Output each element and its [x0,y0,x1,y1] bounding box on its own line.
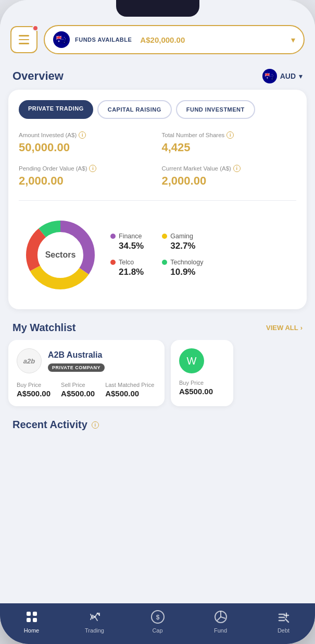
donut-chart: Sectors [19,213,102,297]
company-header: a2b A2B Australia PRIVATE COMPANY [17,348,156,373]
notification-dot [32,25,39,31]
watchlist-scroll: a2b A2B Australia PRIVATE COMPANY Buy Pr… [0,340,315,415]
amount-invested-value: 50,000.00 [19,141,154,154]
svg-rect-5 [33,612,37,616]
info-icon-pending: i [89,165,96,172]
market-value-value: 2,000.00 [162,174,297,188]
stats-grid: Amount Invested (A$) i 50,000.00 Total N… [19,131,296,188]
chevron-right-icon: › [300,324,303,332]
hamburger-icon [19,35,29,44]
currency-label: AUD [280,72,296,80]
divider [19,200,296,201]
sell-price: Sell Price A$500.00 [61,382,95,398]
info-icon-shares: i [226,131,234,139]
nav-home-label: Home [24,627,39,634]
svg-text:$: $ [156,614,159,621]
last-matched-value: A$500.00 [105,389,154,398]
nav-cap-label: Cap [152,627,162,634]
technology-dot [162,260,167,265]
funds-available-bar[interactable]: 🇦🇺 FUNDS AVAILABLE A$20,000.00 ▾ [44,25,305,54]
legend-finance: Finance 34.5% [110,233,152,251]
watchlist-card-a2b[interactable]: a2b A2B Australia PRIVATE COMPANY Buy Pr… [8,340,165,406]
funds-amount: A$20,000.00 [140,35,185,44]
telco-dot [110,260,116,265]
gaming-value: 32.7% [162,241,203,251]
screen: 🇦🇺 FUNDS AVAILABLE A$20,000.00 ▾ Overvie… [0,0,315,644]
notch [116,0,199,17]
overview-header: Overview 🇦🇺 AUD ▾ [0,60,315,90]
nav-fund-label: Fund [214,627,227,634]
info-icon-amount: i [79,131,86,139]
australia-flag-icon: 🇦🇺 [53,31,70,48]
tab-private-trading[interactable]: PRIVATE TRADING [19,100,93,119]
partial-buy-price-value: A$500.00 [179,387,225,396]
nav-trading[interactable]: Trading [79,610,110,634]
svg-rect-7 [33,618,37,622]
a2b-logo: a2b [17,348,42,373]
recent-activity-title: Recent Activity i [12,419,303,431]
partial-company-logo: W [179,348,204,373]
legend-gaming: Gaming 32.7% [162,233,203,251]
nav-cap[interactable]: $ Cap [142,610,173,634]
company-name: A2B Australia [48,350,105,360]
view-all-button[interactable]: VIEW ALL › [266,324,303,332]
currency-chevron-icon: ▾ [299,72,303,80]
overview-tabs: PRIVATE TRADING CAPITAL RAISING FUND INV… [19,100,296,119]
watchlist-title: My Watchlist [12,322,76,334]
home-icon [24,610,39,624]
technology-value: 10.9% [162,267,203,277]
last-matched-price: Last Matched Price A$500.00 [105,382,154,398]
bottom-nav: Home Trading $ [0,603,315,644]
watchlist-header: My Watchlist VIEW ALL › [0,318,315,340]
chart-section: Sectors Finance 34.5% [19,213,296,297]
chart-legend: Finance 34.5% Gaming 32.7% [110,233,204,277]
tab-fund-investment[interactable]: FUND INVESTMENT [176,100,255,119]
svg-rect-4 [27,612,31,616]
fund-icon [213,610,228,624]
finance-dot [110,234,116,239]
main-content: Overview 🇦🇺 AUD ▾ PRIVATE TRADING CAPITA… [0,60,315,603]
telco-value: 21.8% [110,267,152,277]
nav-trading-label: Trading [85,627,104,634]
company-badge: PRIVATE COMPANY [48,363,105,372]
svg-rect-6 [27,618,31,622]
price-row: Buy Price A$500.00 Sell Price A$500.00 L… [17,382,156,398]
info-icon-market: i [233,165,241,172]
funds-label: FUNDS AVAILABLE [75,37,132,43]
svg-line-16 [285,619,288,622]
stat-market-value: Current Market Value (A$) i 2,000.00 [162,165,297,188]
currency-selector[interactable]: 🇦🇺 AUD ▾ [262,69,303,83]
debt-icon [276,610,291,624]
partial-buy-price: Buy Price A$500.00 [179,380,225,396]
chart-center-label: Sectors [45,250,76,260]
stat-total-shares: Total Number of Shares i 4,425 [162,131,297,154]
sell-price-value: A$500.00 [61,389,95,398]
overview-card: PRIVATE TRADING CAPITAL RAISING FUND INV… [8,90,307,309]
gaming-dot [162,234,167,239]
nav-fund[interactable]: Fund [205,610,236,634]
tab-capital-raising[interactable]: CAPITAL RAISING [97,100,172,119]
finance-value: 34.5% [110,241,152,251]
company-info: A2B Australia PRIVATE COMPANY [48,350,105,372]
legend-telco: Telco 21.8% [110,259,152,277]
buy-price-value: A$500.00 [17,389,51,398]
trading-icon [87,610,102,624]
stat-amount-invested: Amount Invested (A$) i 50,000.00 [19,131,154,154]
total-shares-value: 4,425 [162,141,297,154]
menu-button[interactable] [10,26,37,53]
cap-icon: $ [150,610,165,624]
recent-activity-section: Recent Activity i [0,415,315,439]
info-icon-recent: i [92,421,99,429]
watchlist-card-partial[interactable]: W Buy Price A$500.00 [171,340,233,406]
nav-home[interactable]: Home [16,610,47,634]
buy-price: Buy Price A$500.00 [17,382,51,398]
nav-debt-label: Debt [278,627,289,634]
pending-order-value: 2,000.00 [19,174,154,188]
overview-title: Overview [12,69,64,83]
chevron-down-icon: ▾ [291,35,295,45]
legend-technology: Technology 10.9% [162,259,203,277]
phone-frame: 🇦🇺 FUNDS AVAILABLE A$20,000.00 ▾ Overvie… [0,0,315,644]
stat-pending-order: Pending Order Value (A$) i 2,000.00 [19,165,154,188]
nav-debt[interactable]: Debt [268,610,299,634]
currency-flag-icon: 🇦🇺 [262,69,277,83]
